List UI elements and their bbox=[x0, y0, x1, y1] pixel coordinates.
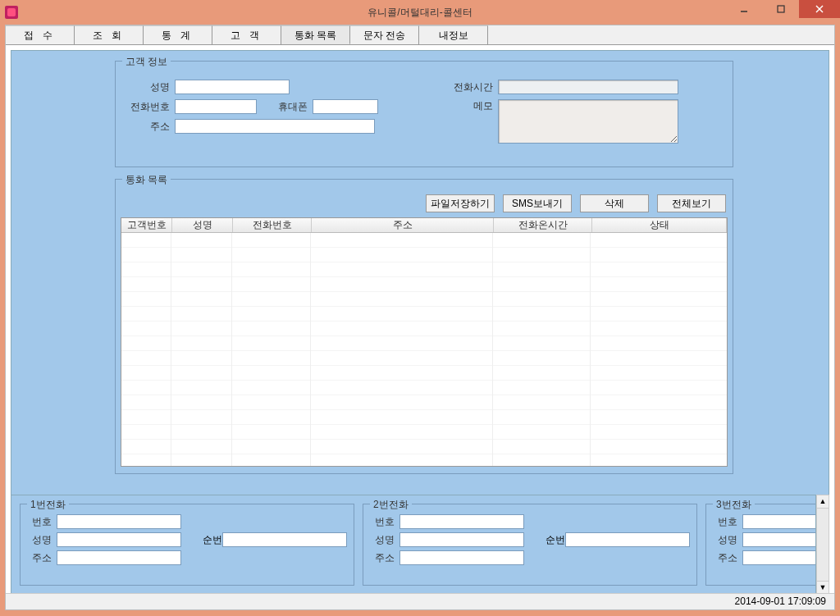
legend-phone-3: 3번전화 bbox=[713, 498, 755, 512]
titlebar: 유니콜/머털대리-콜센터 bbox=[0, 0, 840, 25]
input-p2-seq[interactable] bbox=[565, 532, 690, 547]
tab-customer[interactable]: 고 객 bbox=[212, 25, 281, 44]
call-table: 고객번호 성명 전화번호 주소 전화온시간 상태 bbox=[121, 217, 728, 467]
col-name[interactable]: 성명 bbox=[172, 218, 233, 232]
scroll-up-icon[interactable]: ▲ bbox=[817, 495, 829, 509]
maximize-button[interactable] bbox=[762, 0, 799, 18]
col-tel[interactable]: 전화번호 bbox=[233, 218, 312, 232]
close-button[interactable] bbox=[799, 0, 840, 18]
label-addr: 주소 bbox=[27, 551, 52, 565]
tabstrip: 접 수 조 회 통 계 고 객 통화 목록 문자 전송 내정보 bbox=[6, 25, 834, 45]
app-frame: 접 수 조 회 통 계 고 객 통화 목록 문자 전송 내정보 고객 정보 성명… bbox=[5, 25, 835, 610]
save-file-button[interactable]: 파일저장하기 bbox=[426, 194, 495, 212]
label-calltime: 전화시간 bbox=[444, 80, 493, 94]
input-p1-name[interactable] bbox=[57, 532, 181, 547]
button-row: 파일저장하기 SMS보내기 삭제 전체보기 bbox=[426, 194, 726, 212]
input-p2-addr[interactable] bbox=[399, 550, 524, 565]
col-calltime[interactable]: 전화온시간 bbox=[494, 218, 592, 232]
view-all-button[interactable]: 전체보기 bbox=[657, 194, 726, 212]
minimize-button[interactable] bbox=[725, 0, 762, 18]
input-name[interactable] bbox=[175, 80, 290, 94]
tab-query[interactable]: 조 회 bbox=[75, 25, 144, 44]
statusbar: 2014-09-01 17:09:09 bbox=[6, 593, 834, 609]
svg-rect-1 bbox=[778, 6, 784, 12]
phone-group-3: 3번전화 번호 성명순번 주소 bbox=[705, 504, 816, 586]
input-p1-addr[interactable] bbox=[57, 550, 181, 565]
phone-panels: 1번전화 번호 성명순번 주소 2번전화 번호 성명순번 주소 3번전화 번호 … bbox=[11, 495, 816, 595]
legend-customer-info: 고객 정보 bbox=[122, 55, 171, 69]
app-icon bbox=[5, 6, 18, 19]
scroll-down-icon[interactable]: ▼ bbox=[817, 581, 829, 594]
legend-phone-2: 2번전화 bbox=[370, 498, 412, 512]
label-memo: 메모 bbox=[444, 99, 493, 113]
label-addr: 주소 bbox=[126, 120, 170, 134]
send-sms-button[interactable]: SMS보내기 bbox=[503, 194, 572, 212]
label-mobile: 휴대폰 bbox=[263, 100, 308, 114]
input-p2-num[interactable] bbox=[399, 514, 524, 529]
label-tel: 전화번호 bbox=[126, 100, 170, 114]
input-calltime[interactable] bbox=[498, 80, 678, 94]
col-addr[interactable]: 주소 bbox=[312, 218, 494, 232]
legend-call-list: 통화 목록 bbox=[122, 173, 171, 187]
col-custno[interactable]: 고객번호 bbox=[121, 218, 172, 232]
tab-reception[interactable]: 접 수 bbox=[6, 25, 75, 44]
legend-phone-1: 1번전화 bbox=[27, 498, 69, 512]
input-tel[interactable] bbox=[175, 99, 257, 114]
input-mobile[interactable] bbox=[313, 99, 378, 114]
input-p3-name[interactable] bbox=[742, 532, 816, 547]
input-p3-addr[interactable] bbox=[742, 550, 816, 565]
label-num: 번호 bbox=[27, 515, 52, 529]
vertical-scrollbar[interactable]: ▲ ▼ bbox=[816, 495, 829, 595]
input-p1-seq[interactable] bbox=[222, 532, 347, 547]
tab-stats[interactable]: 통 계 bbox=[144, 25, 212, 44]
input-p1-num[interactable] bbox=[57, 514, 181, 529]
delete-button[interactable]: 삭제 bbox=[580, 194, 649, 212]
textarea-memo[interactable] bbox=[498, 99, 678, 144]
window-title: 유니콜/머털대리-콜센터 bbox=[368, 6, 472, 20]
tab-calllog[interactable]: 통화 목록 bbox=[281, 25, 350, 44]
tab-sms[interactable]: 문자 전송 bbox=[350, 25, 419, 44]
status-datetime: 2014-09-01 17:09:09 bbox=[735, 595, 826, 607]
label-name: 성명 bbox=[126, 80, 170, 94]
window-controls bbox=[725, 0, 840, 25]
phone-group-2: 2번전화 번호 성명순번 주소 bbox=[363, 504, 697, 586]
input-addr[interactable] bbox=[175, 119, 375, 134]
bottom-strip: 1번전화 번호 성명순번 주소 2번전화 번호 성명순번 주소 3번전화 번호 … bbox=[6, 495, 834, 609]
table-body[interactable] bbox=[121, 233, 727, 466]
group-call-list: 통화 목록 파일저장하기 SMS보내기 삭제 전체보기 고객번호 성명 전화번호… bbox=[115, 179, 733, 474]
label-name: 성명 bbox=[27, 533, 52, 547]
tab-myinfo[interactable]: 내정보 bbox=[419, 25, 488, 44]
input-p3-num[interactable] bbox=[742, 514, 816, 529]
input-p2-name[interactable] bbox=[399, 532, 524, 547]
phone-group-1: 1번전화 번호 성명순번 주소 bbox=[20, 504, 354, 586]
table-header: 고객번호 성명 전화번호 주소 전화온시간 상태 bbox=[121, 218, 727, 233]
label-seq: 순번 bbox=[198, 533, 222, 547]
col-status[interactable]: 상태 bbox=[592, 218, 727, 232]
group-customer-info: 고객 정보 성명 전화번호휴대폰 주소 전화시간 메모 bbox=[115, 61, 733, 167]
